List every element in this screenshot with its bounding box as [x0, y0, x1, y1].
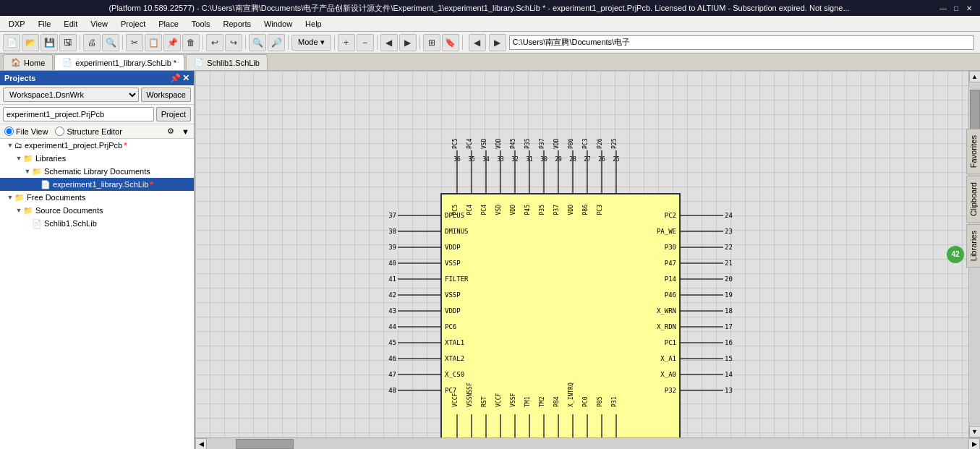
file-view-option[interactable]: File View [4, 127, 48, 136]
expander-exp-schlib [32, 181, 41, 188]
tree-source-docs[interactable]: ▼ 📁 Source Documents [0, 204, 194, 217]
remove-btn[interactable]: − [357, 34, 374, 51]
tab-schlib1-label: Schlib1.SchLib [207, 59, 260, 67]
copy-btn[interactable]: 📋 [145, 34, 162, 51]
svg-text:41: 41 [388, 275, 396, 283]
scroll-up-arrow[interactable]: ▲ [969, 71, 981, 82]
tab-schlib[interactable]: 📄 experiment1_library.SchLib * [54, 54, 184, 70]
svg-text:PC4: PC4 [466, 205, 473, 215]
bookmark-btn[interactable]: 🔖 [442, 34, 459, 51]
print-btn[interactable]: 🖨 [83, 34, 101, 51]
svg-text:X_A0: X_A0 [660, 371, 676, 378]
svg-text:VDD: VDD [553, 138, 560, 149]
mode-dropdown[interactable]: Mode ▾ [291, 35, 331, 51]
menu-project[interactable]: Project [115, 18, 151, 30]
svg-text:P45: P45 [524, 205, 531, 215]
favorites-tab[interactable]: Favorites [966, 129, 980, 174]
tree-exp-schlib[interactable]: 📄 experiment1_library.SchLib * [0, 178, 194, 191]
open-btn[interactable]: 📂 [22, 34, 39, 51]
svg-text:PC4: PC4 [481, 205, 487, 215]
nav-path-input[interactable] [509, 35, 974, 50]
menu-dxp[interactable]: DXP [3, 18, 31, 30]
svg-text:46: 46 [388, 355, 396, 362]
tree-schlib1[interactable]: 📄 Schlib1.SchLib [0, 217, 194, 230]
zoom-out-btn[interactable]: 🔎 [268, 34, 285, 51]
sidebar-toolbar: Workspace1.DsnWrk Workspace [0, 85, 194, 105]
workspace-dropdown[interactable]: Workspace1.DsnWrk [3, 87, 139, 102]
svg-text:24: 24 [725, 212, 733, 219]
menu-file[interactable]: File [33, 18, 57, 30]
structure-editor-option[interactable]: Structure Editor [55, 127, 122, 136]
undo-btn[interactable]: ↩ [206, 34, 223, 51]
scroll-down-arrow[interactable]: ▼ [969, 426, 981, 437]
scroll-thumb-v[interactable] [970, 90, 980, 133]
tab-schlib1[interactable]: 📄 Schlib1.SchLib [186, 54, 268, 70]
sep5 [288, 35, 289, 50]
minimize-button[interactable]: — [938, 3, 948, 13]
expander-project[interactable]: ▼ [6, 142, 14, 149]
svg-text:P32: P32 [665, 387, 676, 394]
tree-free-docs[interactable]: ▼ 📁 Free Documents [0, 191, 194, 204]
new-btn[interactable]: 📄 [3, 34, 20, 51]
expander-source-docs[interactable]: ▼ [14, 207, 23, 214]
menu-window[interactable]: Window [258, 18, 298, 30]
expander-free-docs[interactable]: ▼ [6, 194, 14, 201]
print-prev-btn[interactable]: 🔍 [102, 34, 119, 51]
svg-text:VDD: VDD [495, 138, 502, 149]
scroll-track-h[interactable] [207, 439, 968, 449]
svg-text:X_WRN: X_WRN [657, 307, 676, 315]
svg-text:VDD: VDD [568, 205, 574, 215]
nav-left[interactable]: ◀ [380, 34, 398, 51]
horizontal-scrollbar[interactable]: ◀ ▶ [195, 437, 980, 449]
maximize-button[interactable]: □ [951, 3, 961, 13]
sep3 [203, 35, 203, 50]
menu-view[interactable]: View [85, 18, 114, 30]
menu-reports[interactable]: Reports [217, 18, 257, 30]
tree-project[interactable]: ▼ 🗂 experiment1_project.PrjPcb * [0, 139, 194, 152]
menu-edit[interactable]: Edit [58, 18, 83, 30]
nav-right[interactable]: ▶ [399, 34, 417, 51]
clipboard-tab[interactable]: Clipboard [966, 176, 980, 223]
svg-text:FILTER: FILTER [445, 275, 469, 283]
sidebar-extra-btn[interactable]: ▼ [182, 127, 189, 136]
save-btn[interactable]: 💾 [41, 34, 58, 51]
sidebar-close-btn[interactable]: ✕ [182, 73, 189, 83]
workspace-button[interactable]: Workspace [141, 87, 191, 102]
delete-btn[interactable]: 🗑 [182, 34, 200, 51]
sidebar-settings-btn[interactable]: ⚙ [167, 127, 174, 136]
sidebar-pin-btn[interactable]: 📌 [170, 73, 181, 83]
save-all-btn[interactable]: 🖫 [59, 34, 77, 51]
svg-text:X_CS0: X_CS0 [445, 371, 464, 378]
close-button[interactable]: ✕ [964, 3, 974, 13]
cut-btn[interactable]: ✂ [126, 34, 143, 51]
expander-libraries[interactable]: ▼ [14, 155, 23, 162]
svg-text:VSSNSSF: VSSNSSF [466, 382, 473, 407]
libraries-tab[interactable]: Libraries [966, 224, 980, 268]
paste-btn[interactable]: 📌 [163, 34, 181, 51]
grid-btn[interactable]: ⊞ [423, 34, 440, 51]
project-button[interactable]: Project [156, 107, 191, 121]
project-input[interactable] [3, 107, 154, 121]
menu-place[interactable]: Place [153, 18, 184, 30]
add-btn[interactable]: + [338, 34, 355, 51]
menu-bar: DXP File Edit View Project Place Tools R… [0, 16, 980, 32]
svg-text:PC3: PC3 [582, 138, 589, 149]
redo-btn[interactable]: ↪ [225, 34, 242, 51]
scroll-right-arrow[interactable]: ▶ [968, 438, 980, 450]
zoom-in-btn[interactable]: 🔍 [249, 34, 266, 51]
svg-text:PC5: PC5 [452, 138, 459, 149]
sidebar-header: Projects 📌 ✕ [0, 71, 194, 85]
svg-text:21: 21 [725, 260, 733, 267]
expander-schlib-docs[interactable]: ▼ [23, 168, 32, 175]
tab-home[interactable]: 🏠 Home [3, 54, 53, 70]
scroll-thumb-h[interactable] [236, 439, 294, 449]
svg-text:PC6: PC6 [445, 323, 456, 330]
menu-tools[interactable]: Tools [186, 18, 216, 30]
menu-help[interactable]: Help [299, 18, 328, 30]
back-btn[interactable]: ◀ [469, 34, 486, 51]
tree-schlib-docs[interactable]: ▼ 📁 Schematic Library Documents [0, 165, 194, 178]
scroll-left-arrow[interactable]: ◀ [195, 438, 207, 450]
tree-libraries[interactable]: ▼ 📁 Libraries [0, 152, 194, 165]
canvas-area[interactable]: PC5 36 PC4 35 VSD 34 VDD 33 [195, 71, 980, 437]
forward-btn[interactable]: ▶ [489, 34, 506, 51]
